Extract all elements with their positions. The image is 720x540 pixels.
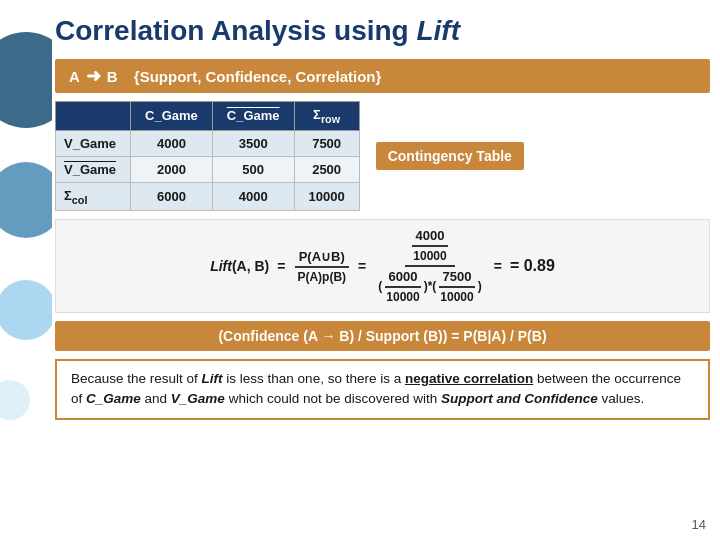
bottom-italic2: C_Game — [86, 391, 141, 406]
formula-frac1: P(A∪B) P(A)p(B) — [293, 249, 350, 284]
page-title: Correlation Analysis using Lift — [55, 15, 710, 47]
bottom-underline1: negative correlation — [405, 371, 533, 386]
cell-sigma-cbar: 4000 — [212, 182, 294, 211]
formula-eq3: = — [494, 258, 502, 274]
formula-eq1: = — [277, 258, 285, 274]
frac1-num: P(A∪B) — [295, 249, 349, 268]
decorative-left — [0, 0, 52, 540]
bottom-part6: values. — [598, 391, 645, 406]
bottom-bold1: Support and Confidence — [441, 391, 598, 406]
col-header-cgame: C_Game — [131, 102, 213, 131]
inner-frac3: 7500 10000 — [436, 269, 477, 304]
formula-lift-label: Lift(A, B) — [210, 258, 269, 274]
contingency-label: Contingency Table — [376, 142, 524, 170]
ab-arrow: ➜ — [86, 65, 101, 87]
page-number: 14 — [692, 517, 706, 532]
ab-label-b: B — [107, 68, 118, 85]
formula-frac2: 4000 10000 ( 6000 10000 )*( 7500 10000 ) — [374, 228, 485, 304]
ab-content: {Support, Confidence, Correlation} — [134, 68, 382, 85]
confidence-banner: (Confidence (A → B) / Support (B)) = P(B… — [55, 321, 710, 351]
title-italic: Lift — [416, 15, 460, 46]
formula-result: = 0.89 — [510, 257, 555, 275]
cell-vgamebar-sum: 2500 — [294, 156, 359, 182]
cell-vgame-sum: 7500 — [294, 130, 359, 156]
frac2-den: ( 6000 10000 )*( 7500 10000 ) — [374, 267, 485, 304]
ab-banner: A ➜ B {Support, Confidence, Correlation} — [55, 59, 710, 93]
svg-point-2 — [0, 280, 52, 340]
inner-frac1: 4000 10000 — [409, 228, 450, 263]
cell-vgamebar-cbar: 500 — [212, 156, 294, 182]
row-label-sigma-col: Σcol — [56, 182, 131, 211]
ab-label-a: A — [69, 68, 80, 85]
bottom-part5: which could not be discovered with — [225, 391, 441, 406]
frac2-num: 4000 10000 — [405, 228, 454, 267]
cell-sigma-sum: 10000 — [294, 182, 359, 211]
frac1-den: P(A)p(B) — [293, 268, 350, 284]
table-row: V_Game 4000 3500 7500 — [56, 130, 360, 156]
main-content: Correlation Analysis using Lift A ➜ B {S… — [55, 15, 710, 530]
bottom-text: Because the result of Lift is less than … — [55, 359, 710, 420]
cell-sigma-c: 6000 — [131, 182, 213, 211]
inner-frac2: 6000 10000 — [382, 269, 423, 304]
table-section: C_Game C_Game Σrow V_Game 4000 3500 7500… — [55, 101, 710, 211]
row-label-vgame-bar: V_Game — [56, 156, 131, 182]
formula-section: Lift(A, B) = P(A∪B) P(A)p(B) = 4000 1000… — [55, 219, 710, 313]
svg-point-3 — [0, 380, 30, 420]
table-row: V_Game 2000 500 2500 — [56, 156, 360, 182]
cell-vgamebar-c: 2000 — [131, 156, 213, 182]
cell-vgame-c: 4000 — [131, 130, 213, 156]
table-row: Σcol 6000 4000 10000 — [56, 182, 360, 211]
bottom-italic3: V_Game — [171, 391, 225, 406]
cell-vgame-cbar: 3500 — [212, 130, 294, 156]
col-header-cgame-bar: C_Game — [212, 102, 294, 131]
col-header-empty — [56, 102, 131, 131]
bottom-italic1: Lift — [202, 371, 223, 386]
bottom-part2: is less than one, so there is a — [223, 371, 405, 386]
bottom-part1: Because the result of — [71, 371, 202, 386]
formula-display: Lift(A, B) = P(A∪B) P(A)p(B) = 4000 1000… — [210, 228, 555, 304]
contingency-table: C_Game C_Game Σrow V_Game 4000 3500 7500… — [55, 101, 360, 211]
formula-eq2: = — [358, 258, 366, 274]
svg-point-1 — [0, 162, 52, 238]
col-header-sigma-row: Σrow — [294, 102, 359, 131]
row-label-vgame: V_Game — [56, 130, 131, 156]
title-prefix: Correlation Analysis using — [55, 15, 416, 46]
bottom-part4: and — [141, 391, 171, 406]
svg-point-0 — [0, 32, 52, 128]
